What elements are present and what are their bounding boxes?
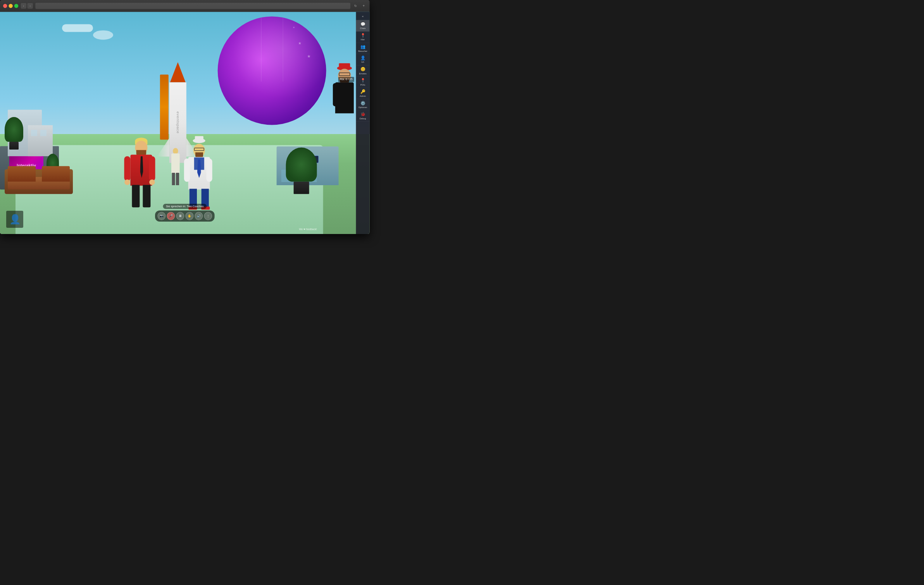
star-icon-4: ★ xyxy=(307,53,311,58)
screen-share-button[interactable]: 🖥 xyxy=(176,212,184,220)
user-avatar-right xyxy=(334,66,355,120)
ich-icon: 👤 xyxy=(360,55,365,60)
cloud-2 xyxy=(93,30,113,40)
right-sidebar: « 💬 Chats 📍 Hier 👥 Besucher 👤 Ich xyxy=(356,12,369,234)
bottom-status: Sie sprechen in: Two Couches 📷 🎤 🖥 ✋ 🔊 ⋮ xyxy=(155,204,215,222)
titlebar: ‹ › ↻ + xyxy=(0,0,370,12)
besucher-icon: 👥 xyxy=(360,44,365,49)
pois-icon: 📍 xyxy=(360,78,365,83)
star-icon-5: ★ xyxy=(293,26,295,29)
plant-right xyxy=(286,148,317,194)
maximize-button[interactable] xyxy=(14,4,18,8)
sidebar-chats-label: Chats xyxy=(360,27,366,30)
more-options-button[interactable]: ⋮ xyxy=(204,212,212,220)
sidebar-item-chats[interactable]: 💬 Chats xyxy=(356,20,369,31)
forward-button[interactable]: › xyxy=(27,3,33,9)
nav-buttons: ‹ › xyxy=(21,3,33,9)
close-button[interactable] xyxy=(3,4,7,8)
sidebar-besucher-label: Besucher xyxy=(358,50,367,52)
admin-icon: 🔑 xyxy=(360,89,365,94)
star-icon: ★ xyxy=(310,29,314,34)
sidebar-hier-label: Hier xyxy=(361,38,365,41)
bottom-left-avatar: 👤 xyxy=(6,211,23,228)
hand-raise-button[interactable]: ✋ xyxy=(185,212,193,220)
content-area: ★ ★ ★ ★ ★ Interaktiv xyxy=(0,12,370,234)
sidebar-item-debug[interactable]: 🐞 Debug xyxy=(356,110,369,122)
dome-line-2 xyxy=(283,16,283,81)
sidebar-item-pois[interactable]: 📍 POIs xyxy=(356,77,369,88)
chats-icon: 💬 xyxy=(360,22,365,26)
emotes-icon: 😊 xyxy=(360,67,365,71)
sidebar-item-emotes[interactable]: 😊 Emotes xyxy=(356,65,369,76)
plant-left-top xyxy=(5,117,23,150)
control-bar: 📷 🎤 🖥 ✋ 🔊 ⋮ xyxy=(155,210,215,222)
sidebar-pois-label: POIs xyxy=(360,84,365,86)
sidebar-debug-label: Debug xyxy=(360,117,366,120)
purple-dome: ★ ★ ★ ★ ★ xyxy=(218,16,326,125)
feedback-text: We ❤ feedback! xyxy=(299,228,317,231)
camera-button[interactable]: 📷 xyxy=(157,212,165,220)
sidebar-item-optionen[interactable]: ⚙️ Optionen xyxy=(356,99,369,110)
sidebar-optionen-label: Optionen xyxy=(359,106,367,109)
sidebar-item-hier[interactable]: 📍 Hier xyxy=(356,31,369,43)
optionen-icon: ⚙️ xyxy=(360,101,365,105)
sidebar-collapse-button[interactable]: « xyxy=(356,13,369,20)
minimize-button[interactable] xyxy=(9,4,12,8)
sidebar-item-ich[interactable]: 👤 Ich xyxy=(356,54,369,65)
address-bar[interactable] xyxy=(35,3,350,9)
rocket-tip xyxy=(170,62,186,82)
sidebar-item-besucher[interactable]: 👥 Besucher xyxy=(356,43,369,54)
building-left-2 xyxy=(28,125,53,156)
new-tab-button[interactable]: + xyxy=(361,3,366,9)
location-text: Sie sprechen in: Two Couches xyxy=(163,204,207,209)
reload-button[interactable]: ↻ xyxy=(353,3,358,9)
traffic-lights xyxy=(3,4,18,8)
rocket-booster xyxy=(160,74,169,139)
game-viewport[interactable]: ★ ★ ★ ★ ★ Interaktiv xyxy=(0,12,370,234)
back-button[interactable]: ‹ xyxy=(21,3,26,9)
mic-button[interactable]: 🎤 xyxy=(167,212,175,220)
speaker-button[interactable]: 🔊 xyxy=(195,212,203,220)
dome-line-1 xyxy=(261,16,262,81)
avatar-silhouette-icon: 👤 xyxy=(9,214,20,225)
sidebar-ich-label: Ich xyxy=(361,61,364,64)
avatar-background xyxy=(170,148,181,185)
sidebar-admin-label: Admin xyxy=(360,95,366,98)
sidebar-item-admin[interactable]: 🔑 Admin xyxy=(356,88,369,99)
avatar-white-coat xyxy=(185,141,214,207)
rocket-brand-text: eventspace xyxy=(176,112,180,134)
avatar-red-shirt xyxy=(126,138,157,207)
sofa xyxy=(5,163,73,194)
chevron-left-icon: « xyxy=(362,15,364,18)
rbl-badge: Rbl. 0 / 25 xyxy=(338,77,354,82)
star-icon-3: ★ xyxy=(317,35,320,39)
debug-icon: 🐞 xyxy=(360,112,365,117)
sidebar-emotes-label: Emotes xyxy=(359,72,367,75)
browser-window: ‹ › ↻ + ★ ★ ★ ★ ★ xyxy=(0,0,370,234)
cloud-1 xyxy=(62,24,93,32)
star-icon-2: ★ xyxy=(298,41,302,45)
hier-icon: 📍 xyxy=(360,33,365,38)
